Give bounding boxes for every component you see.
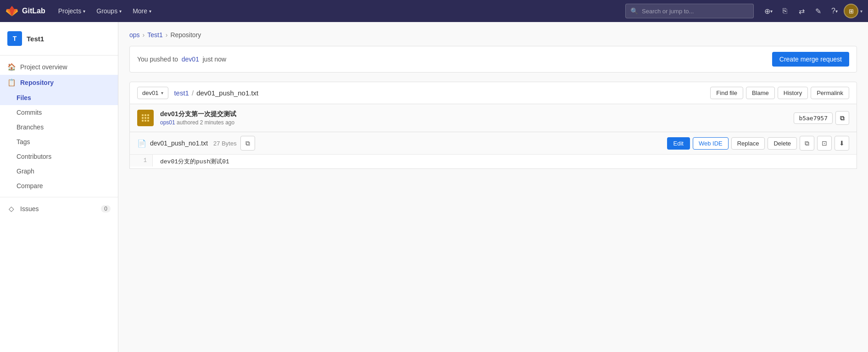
snippets-button[interactable]: ⎘ [778, 4, 792, 18]
sidebar-item-files[interactable]: Files [0, 90, 118, 105]
svg-rect-5 [145, 117, 146, 119]
filepath-filename: dev01_push_no1.txt [196, 89, 258, 97]
new-item-button[interactable]: ⊕ ▾ [761, 4, 776, 18]
user-avatar[interactable]: ⊞ [844, 4, 858, 18]
download-button[interactable]: ⬇ [835, 136, 849, 151]
code-area: 1 dev01分支的push测试01 [130, 155, 857, 168]
create-merge-request-button[interactable]: Create merge request [772, 52, 849, 67]
filepath-prefix[interactable]: test1 [174, 89, 189, 97]
edit-button[interactable]: Edit [667, 137, 690, 150]
copy-icon: ⧉ [840, 114, 845, 122]
main-content: ops › Test1 › Repository You pushed to d… [118, 22, 868, 352]
blame-button[interactable]: Blame [746, 87, 775, 99]
home-icon: 🏠 [7, 63, 16, 71]
gitlab-logo-icon [6, 5, 18, 17]
breadcrumb-ops[interactable]: ops [129, 31, 140, 39]
web-ide-button[interactable]: Web IDE [693, 137, 729, 150]
line-content-1: dev01分支的push测试01 [153, 155, 857, 168]
raw-button[interactable]: ⊡ [817, 136, 832, 151]
snippets-icon: ⎘ [783, 7, 787, 15]
find-file-button[interactable]: Find file [710, 87, 743, 99]
sidebar-section-main: 🏠 Project overview 📋 Repository Files Co… [0, 59, 118, 217]
topnav-icon-group: ⊕ ▾ ⎘ ⇄ ✎ ? ▾ ⊞ ▾ [761, 4, 862, 18]
copy-file-path-button[interactable]: ⧉ [240, 136, 255, 151]
commit-bar: dev01分支第一次提交测试 ops01 authored 2 minutes … [129, 104, 857, 132]
push-bar-text: You pushed to dev01 just now [137, 56, 226, 63]
file-content-wrapper: 📄 dev01_push_no1.txt 27 Bytes ⧉ Edit Web… [129, 132, 857, 169]
sidebar-item-project-overview[interactable]: 🏠 Project overview [0, 59, 118, 75]
commit-meta: ops01 authored 2 minutes ago [160, 119, 787, 126]
svg-rect-2 [145, 114, 146, 116]
copy-content-icon: ⧉ [805, 140, 809, 147]
topnav-links: Projects ▾ Groups ▾ More ▾ [53, 0, 157, 22]
download-icon: ⬇ [839, 140, 845, 147]
todos-button[interactable]: ✎ [811, 4, 825, 18]
sidebar-item-issues[interactable]: ◇ Issues 0 [0, 201, 118, 217]
nav-projects[interactable]: Projects ▾ [53, 0, 91, 22]
sidebar-item-repository[interactable]: 📋 Repository [0, 75, 118, 90]
commit-avatar-icon [140, 112, 151, 123]
branch-label: dev01 [142, 89, 158, 96]
branch-selector[interactable]: dev01 ▾ [137, 87, 168, 99]
sidebar-item-commits[interactable]: Commits [0, 105, 118, 120]
sidebar-project-header: T Test1 [0, 26, 118, 51]
projects-chevron-icon: ▾ [83, 9, 85, 14]
copy-hash-button[interactable]: ⧉ [835, 111, 849, 125]
sidebar-item-compare[interactable]: Compare [0, 179, 118, 193]
commit-author-avatar [137, 110, 154, 126]
search-icon: 🔍 [630, 7, 638, 15]
issues-badge: 0 [101, 205, 111, 212]
breadcrumb-repository: Repository [170, 31, 201, 39]
help-button[interactable]: ? ▾ [827, 4, 842, 18]
gitlab-logo[interactable]: GitLab [6, 5, 45, 17]
svg-rect-3 [147, 114, 149, 116]
delete-button[interactable]: Delete [768, 137, 797, 150]
breadcrumb-test1[interactable]: Test1 [147, 31, 162, 39]
permalink-button[interactable]: Permalink [811, 87, 849, 99]
global-search[interactable]: 🔍 [625, 4, 754, 18]
sidebar-divider-top [0, 55, 118, 56]
copy-path-icon: ⧉ [245, 140, 250, 147]
nav-more[interactable]: More ▾ [127, 0, 157, 22]
nav-groups[interactable]: Groups ▾ [91, 0, 127, 22]
copy-content-button[interactable]: ⧉ [800, 136, 814, 151]
sidebar: T Test1 🏠 Project overview 📋 Repository … [0, 22, 118, 352]
breadcrumb-sep-1: › [143, 31, 145, 39]
file-toolbar: 📄 dev01_push_no1.txt 27 Bytes ⧉ Edit Web… [130, 132, 857, 155]
file-toolbar-actions: Edit Web IDE Replace Delete ⧉ ⊡ ⬇ [667, 136, 849, 151]
raw-icon: ⊡ [822, 140, 827, 147]
file-path: test1 / dev01_push_no1.txt [174, 89, 258, 97]
sidebar-item-graph[interactable]: Graph [0, 164, 118, 179]
search-input[interactable] [642, 8, 749, 15]
commit-author-link[interactable]: ops01 [160, 119, 175, 126]
svg-rect-4 [142, 117, 144, 119]
replace-button[interactable]: Replace [731, 137, 765, 150]
file-size-label: 27 Bytes [213, 140, 237, 147]
more-chevron-icon: ▾ [149, 9, 151, 14]
history-button[interactable]: History [778, 87, 808, 99]
main-layout: T Test1 🏠 Project overview 📋 Repository … [0, 22, 868, 352]
project-name: Test1 [27, 35, 44, 43]
sidebar-item-tags[interactable]: Tags [0, 134, 118, 149]
push-notification-bar: You pushed to dev01 just now Create merg… [129, 46, 857, 73]
breadcrumb: ops › Test1 › Repository [129, 31, 857, 39]
commit-message: dev01分支第一次提交测试 [160, 110, 787, 118]
svg-rect-6 [147, 117, 149, 119]
gitlab-text: GitLab [22, 7, 45, 15]
branch-chevron-icon: ▾ [161, 90, 163, 95]
groups-chevron-icon: ▾ [119, 9, 122, 14]
top-navigation: GitLab Projects ▾ Groups ▾ More ▾ 🔍 ⊕ ▾ … [0, 0, 868, 22]
sidebar-item-branches[interactable]: Branches [0, 120, 118, 134]
push-branch-link[interactable]: dev01 [182, 56, 199, 63]
merge-requests-button[interactable]: ⇄ [794, 4, 809, 18]
file-header-actions: Find file Blame History Permalink [710, 87, 849, 99]
project-avatar: T [7, 31, 22, 46]
avatar-chevron-icon: ▾ [860, 9, 862, 14]
issues-icon: ◇ [7, 205, 16, 213]
merge-request-icon: ⇄ [799, 7, 805, 16]
file-type-icon: 📄 [137, 139, 146, 148]
todos-icon: ✎ [815, 7, 821, 16]
sidebar-item-contributors[interactable]: Contributors [0, 149, 118, 164]
file-name-label: dev01_push_no1.txt [150, 140, 208, 147]
sidebar-divider-issues [0, 197, 118, 197]
